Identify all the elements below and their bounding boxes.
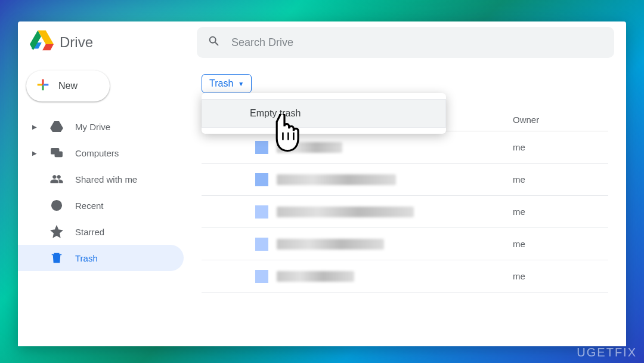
trash-icon — [50, 251, 63, 264]
file-type-icon — [255, 205, 268, 219]
file-type-icon — [255, 270, 268, 283]
empty-trash-menu-item[interactable]: Empty trash — [202, 99, 446, 128]
sidebar-item-label: Trash — [75, 253, 98, 263]
file-name-blurred — [277, 207, 414, 217]
column-header-owner[interactable]: Owner — [513, 115, 608, 125]
expand-icon: ▶ — [32, 124, 38, 130]
sidebar-item-label: Shared with me — [75, 174, 137, 184]
table-row[interactable]: me — [202, 131, 608, 164]
search-bar[interactable] — [197, 27, 614, 58]
logo-area[interactable]: Drive — [30, 30, 179, 54]
body: New ▶ My Drive ▶ Computers — [18, 63, 626, 346]
sidebar-item-label: Computers — [75, 148, 119, 158]
location-label: Trash — [209, 78, 233, 89]
sidebar-item-shared[interactable]: Shared with me — [18, 166, 184, 192]
svg-rect-1 — [55, 152, 62, 156]
table-row[interactable]: me — [202, 228, 608, 260]
owner-cell: me — [513, 271, 608, 281]
file-type-icon — [255, 173, 268, 186]
shared-icon — [50, 173, 63, 186]
expand-icon: ▶ — [32, 150, 38, 156]
owner-cell: me — [513, 239, 608, 249]
watermark: UGETFIX — [577, 346, 637, 359]
file-name-blurred — [277, 239, 384, 250]
trash-dropdown-menu: Empty trash — [202, 93, 446, 134]
search-icon — [208, 35, 221, 50]
nav: ▶ My Drive ▶ Computers — [18, 113, 191, 271]
sidebar-item-computers[interactable]: ▶ Computers — [18, 140, 184, 166]
sidebar: New ▶ My Drive ▶ Computers — [18, 63, 191, 346]
sidebar-item-trash[interactable]: Trash — [18, 245, 184, 271]
chevron-down-icon: ▼ — [238, 81, 244, 87]
file-name-blurred — [277, 271, 354, 282]
owner-cell: me — [513, 207, 608, 217]
app-name: Drive — [60, 34, 93, 51]
owner-cell: me — [513, 142, 608, 152]
table-row[interactable]: me — [202, 164, 608, 196]
search-input[interactable] — [231, 36, 603, 49]
drive-icon — [50, 120, 63, 133]
main-content: Trash ▼ Name Owner me me — [191, 63, 626, 346]
recent-icon — [50, 199, 63, 212]
new-button-label: New — [58, 81, 78, 91]
sidebar-item-label: My Drive — [75, 122, 110, 132]
plus-icon — [35, 76, 51, 96]
owner-cell: me — [513, 174, 608, 184]
file-name-blurred — [277, 174, 396, 185]
drive-logo-icon — [30, 30, 54, 54]
new-button[interactable]: New — [26, 70, 110, 101]
drive-window: Drive New ▶ My Drive — [18, 21, 626, 346]
computers-icon — [50, 146, 63, 159]
cursor-pointer-icon — [266, 114, 303, 165]
sidebar-item-starred[interactable]: Starred — [18, 219, 184, 245]
sidebar-item-my-drive[interactable]: ▶ My Drive — [18, 113, 184, 140]
file-type-icon — [255, 238, 268, 251]
sidebar-item-recent[interactable]: Recent — [18, 192, 184, 219]
star-icon — [50, 225, 63, 238]
table-row[interactable]: me — [202, 196, 608, 228]
sidebar-item-label: Recent — [75, 201, 104, 211]
table-row[interactable]: me — [202, 260, 608, 293]
topbar: Drive — [18, 21, 626, 63]
sidebar-item-label: Starred — [75, 227, 104, 237]
location-dropdown-button[interactable]: Trash ▼ — [202, 74, 252, 93]
